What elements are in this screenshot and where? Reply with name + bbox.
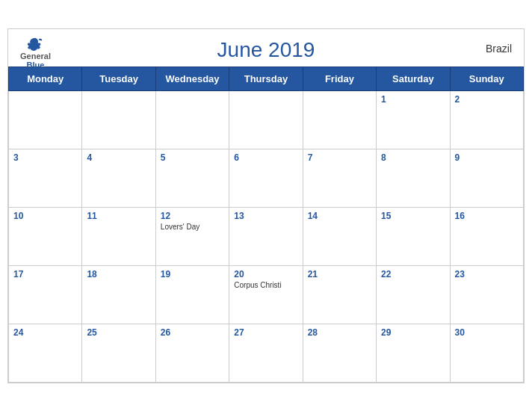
day-number: 26 [161, 327, 224, 338]
day-number: 5 [161, 152, 224, 163]
day-number: 15 [381, 211, 445, 221]
calendar-day-cell: 28 [303, 324, 376, 382]
calendar-day-cell: 9 [450, 149, 523, 207]
calendar-day-cell: 25 [82, 324, 155, 382]
calendar-title: June 2019 [217, 38, 315, 62]
day-number: 23 [455, 269, 519, 279]
logo-general-text: General [20, 52, 51, 61]
calendar-day-cell [303, 90, 376, 149]
calendar-day-cell: 1 [377, 90, 450, 149]
calendar-day-cell: 29 [377, 324, 450, 382]
calendar-day-cell: 27 [229, 324, 303, 382]
calendar-day-cell: 7 [303, 149, 376, 207]
calendar-day-cell: 15 [377, 207, 450, 265]
calendar-day-cell: 3 [9, 149, 82, 207]
calendar-week-row: 3456789 [9, 149, 524, 207]
calendar-day-cell: 2 [450, 90, 523, 149]
weekday-header-thursday: Thursday [229, 67, 303, 90]
day-number: 6 [234, 152, 297, 163]
day-number: 27 [234, 327, 297, 338]
logo: General Blue [20, 37, 51, 69]
day-number: 13 [234, 211, 297, 221]
calendar-week-row: 101112Lovers' Day13141516 [9, 207, 524, 265]
day-number: 28 [308, 327, 371, 338]
calendar-day-cell: 24 [9, 324, 82, 382]
calendar-day-cell: 21 [303, 265, 376, 324]
day-number: 25 [87, 327, 150, 338]
calendar-day-cell: 6 [229, 149, 303, 207]
event-label: Corpus Christi [234, 281, 297, 289]
calendar-day-cell: 4 [82, 149, 155, 207]
weekday-header-row: MondayTuesdayWednesdayThursdayFridaySatu… [9, 67, 524, 90]
country-label: Brazil [486, 43, 512, 55]
calendar-day-cell: 20Corpus Christi [229, 265, 303, 324]
day-number: 8 [381, 152, 445, 163]
calendar-week-row: 17181920Corpus Christi212223 [9, 265, 524, 324]
calendar-week-row: 12 [9, 90, 524, 149]
weekday-header-monday: Monday [9, 67, 82, 90]
calendar-day-cell: 11 [82, 207, 155, 265]
day-number: 29 [381, 327, 445, 338]
day-number: 11 [87, 211, 150, 221]
calendar-day-cell: 16 [450, 207, 523, 265]
calendar-day-cell [229, 90, 303, 149]
logo-blue-text: Blue [27, 61, 45, 69]
calendar-day-cell [82, 90, 155, 149]
calendar-day-cell [155, 90, 229, 149]
weekday-header-sunday: Sunday [450, 67, 523, 90]
weekday-header-friday: Friday [303, 67, 376, 90]
day-number: 21 [308, 269, 371, 279]
calendar: General Blue June 2019 Brazil MondayTues… [7, 28, 525, 383]
day-number: 19 [161, 269, 224, 279]
calendar-day-cell: 18 [82, 265, 155, 324]
day-number: 20 [234, 269, 297, 279]
day-number: 17 [13, 269, 77, 279]
day-number: 7 [308, 152, 371, 163]
event-label: Lovers' Day [161, 223, 224, 231]
calendar-week-row: 24252627282930 [9, 324, 524, 382]
day-number: 4 [87, 152, 150, 163]
calendar-day-cell: 22 [377, 265, 450, 324]
weekday-header-saturday: Saturday [377, 67, 450, 90]
day-number: 18 [87, 269, 150, 279]
day-number: 24 [13, 327, 77, 338]
weekday-header-wednesday: Wednesday [155, 67, 229, 90]
day-number: 16 [455, 211, 519, 221]
calendar-day-cell: 17 [9, 265, 82, 324]
day-number: 30 [455, 327, 519, 338]
day-number: 3 [13, 152, 77, 163]
calendar-day-cell [9, 90, 82, 149]
calendar-day-cell: 8 [377, 149, 450, 207]
calendar-day-cell: 19 [155, 265, 229, 324]
calendar-day-cell: 10 [9, 207, 82, 265]
calendar-day-cell: 12Lovers' Day [155, 207, 229, 265]
calendar-day-cell: 26 [155, 324, 229, 382]
day-number: 12 [161, 211, 224, 221]
day-number: 10 [13, 211, 77, 221]
calendar-day-cell: 5 [155, 149, 229, 207]
calendar-day-cell: 13 [229, 207, 303, 265]
logo-bird-icon [25, 37, 46, 52]
weekday-header-tuesday: Tuesday [82, 67, 155, 90]
calendar-table: MondayTuesdayWednesdayThursdayFridaySatu… [8, 67, 524, 383]
day-number: 2 [455, 94, 519, 105]
calendar-header: General Blue June 2019 Brazil [8, 29, 524, 67]
calendar-day-cell: 30 [450, 324, 523, 382]
day-number: 14 [308, 211, 371, 221]
day-number: 1 [381, 94, 445, 105]
calendar-day-cell: 14 [303, 207, 376, 265]
day-number: 9 [455, 152, 519, 163]
calendar-day-cell: 23 [450, 265, 523, 324]
day-number: 22 [381, 269, 445, 279]
